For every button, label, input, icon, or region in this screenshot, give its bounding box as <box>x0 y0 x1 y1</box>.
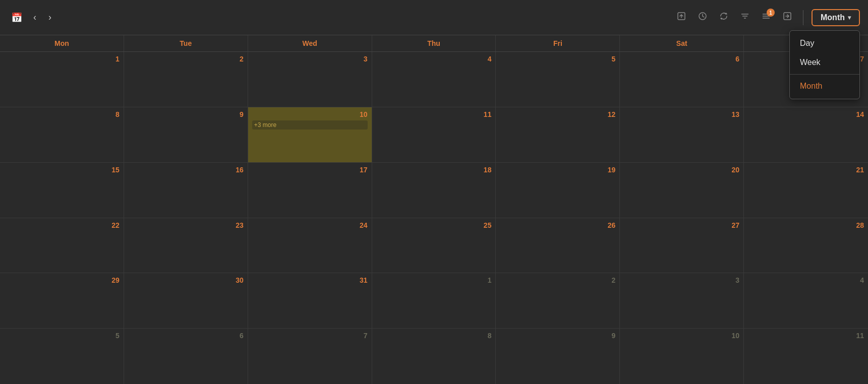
cell-8[interactable]: 8 <box>0 107 124 162</box>
cell-next-4[interactable]: 4 <box>744 273 868 328</box>
dropdown-item-month[interactable]: Month <box>790 77 859 96</box>
cell-14[interactable]: 14 <box>744 107 868 162</box>
day-header-tue: Tue <box>124 35 248 51</box>
calendar: Mon Tue Wed Thu Fri Sat S 1 2 3 4 5 6 7 … <box>0 35 868 384</box>
clock-icon <box>698 12 707 23</box>
clock-icon-btn[interactable] <box>695 10 710 25</box>
date-27: 27 <box>624 221 739 229</box>
event-more[interactable]: +3 more <box>252 120 368 130</box>
calendar-week-3: 15 16 17 18 19 20 21 <box>0 163 868 218</box>
cell-19[interactable]: 19 <box>496 163 620 218</box>
cell-13[interactable]: 13 <box>620 107 744 162</box>
list-icon-btn[interactable]: 1 <box>759 10 774 25</box>
cell-29[interactable]: 29 <box>0 273 124 328</box>
share-icon-btn[interactable] <box>780 10 795 25</box>
date-next-3: 3 <box>624 276 739 284</box>
date-next-6: 6 <box>128 332 244 340</box>
calendar-week-6: 5 6 7 8 9 10 11 <box>0 329 868 384</box>
date-21: 21 <box>748 166 864 174</box>
cell-4[interactable]: 4 <box>372 52 496 107</box>
date-13: 13 <box>624 110 739 118</box>
calendar-week-2: 8 9 10 +3 more 11 12 13 14 <box>0 107 868 163</box>
date-1: 1 <box>4 55 120 63</box>
cell-27[interactable]: 27 <box>620 218 744 273</box>
date-next-7: 7 <box>252 332 368 340</box>
chevron-down-icon: ▾ <box>848 14 851 21</box>
date-2: 2 <box>128 55 244 63</box>
calendar-week-1: 1 2 3 4 5 6 7 <box>0 52 868 107</box>
date-next-4: 4 <box>748 276 864 284</box>
prev-button[interactable]: ‹ <box>29 10 40 25</box>
cell-next-9[interactable]: 9 <box>496 329 620 384</box>
cell-21[interactable]: 21 <box>744 163 868 218</box>
calendar-icon: 📅 <box>11 12 22 23</box>
cell-9[interactable]: 9 <box>124 107 248 162</box>
cell-11[interactable]: 11 <box>372 107 496 162</box>
day-headers: Mon Tue Wed Thu Fri Sat S <box>0 35 868 52</box>
export-icon-btn[interactable] <box>674 10 689 25</box>
date-31: 31 <box>252 276 368 284</box>
date-18: 18 <box>376 166 492 174</box>
date-next-11: 11 <box>748 332 864 340</box>
day-header-sat: Sat <box>620 35 744 51</box>
cell-28[interactable]: 28 <box>744 218 868 273</box>
cell-next-2[interactable]: 2 <box>496 273 620 328</box>
cell-31[interactable]: 31 <box>248 273 372 328</box>
day-header-wed: Wed <box>248 35 372 51</box>
cell-20[interactable]: 20 <box>620 163 744 218</box>
sync-icon <box>719 12 728 23</box>
cell-22[interactable]: 22 <box>0 218 124 273</box>
date-17: 17 <box>252 166 368 174</box>
toolbar-left: 📅 ‹ › <box>8 10 55 25</box>
cell-next-1[interactable]: 1 <box>372 273 496 328</box>
date-28: 28 <box>748 221 864 229</box>
dropdown-item-week[interactable]: Week <box>790 53 859 72</box>
cell-10[interactable]: 10 +3 more <box>248 107 372 162</box>
filter-icon-btn[interactable] <box>737 10 753 25</box>
cell-12[interactable]: 12 <box>496 107 620 162</box>
cell-next-5[interactable]: 5 <box>0 329 124 384</box>
cell-30[interactable]: 30 <box>124 273 248 328</box>
next-button[interactable]: › <box>44 10 55 25</box>
cell-next-11[interactable]: 11 <box>744 329 868 384</box>
cell-2[interactable]: 2 <box>124 52 248 107</box>
month-view-button[interactable]: Month ▾ <box>812 9 860 26</box>
calendar-body: 1 2 3 4 5 6 7 8 9 10 +3 more 11 12 13 14… <box>0 52 868 384</box>
cell-23[interactable]: 23 <box>124 218 248 273</box>
cell-24[interactable]: 24 <box>248 218 372 273</box>
date-10: 10 <box>252 110 368 118</box>
cell-next-10[interactable]: 10 <box>620 329 744 384</box>
cell-15[interactable]: 15 <box>0 163 124 218</box>
cell-5[interactable]: 5 <box>496 52 620 107</box>
date-26: 26 <box>500 221 615 229</box>
date-19: 19 <box>500 166 615 174</box>
cell-next-3[interactable]: 3 <box>620 273 744 328</box>
calendar-icon-btn[interactable]: 📅 <box>8 10 25 25</box>
list-badge: 1 <box>767 9 775 17</box>
cell-next-6[interactable]: 6 <box>124 329 248 384</box>
cell-next-8[interactable]: 8 <box>372 329 496 384</box>
dropdown-divider <box>790 74 859 75</box>
cell-18[interactable]: 18 <box>372 163 496 218</box>
date-next-2: 2 <box>500 276 615 284</box>
cell-6[interactable]: 6 <box>620 52 744 107</box>
date-23: 23 <box>128 221 244 229</box>
cell-26[interactable]: 26 <box>496 218 620 273</box>
date-next-9: 9 <box>500 332 615 340</box>
date-4: 4 <box>376 55 492 63</box>
cell-1[interactable]: 1 <box>0 52 124 107</box>
date-29: 29 <box>4 276 120 284</box>
date-3: 3 <box>252 55 368 63</box>
cell-25[interactable]: 25 <box>372 218 496 273</box>
dropdown-item-day[interactable]: Day <box>790 34 859 53</box>
date-30: 30 <box>128 276 244 284</box>
date-6: 6 <box>624 55 739 63</box>
month-button-label: Month <box>821 13 845 22</box>
cell-next-7[interactable]: 7 <box>248 329 372 384</box>
date-25: 25 <box>376 221 492 229</box>
cell-3[interactable]: 3 <box>248 52 372 107</box>
sync-icon-btn[interactable] <box>716 10 731 25</box>
cell-16[interactable]: 16 <box>124 163 248 218</box>
cell-17[interactable]: 17 <box>248 163 372 218</box>
date-next-1: 1 <box>376 276 492 284</box>
